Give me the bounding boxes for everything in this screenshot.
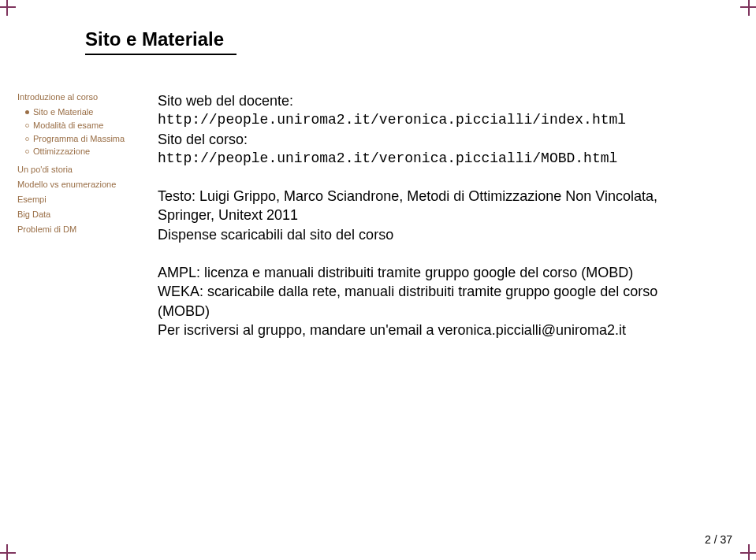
nav-sub-label: Modalità di esame <box>33 120 103 132</box>
content-area: Sito web del docente: http://people.unir… <box>158 91 709 358</box>
block-testo: Testo: Luigi Grippo, Marco Sciandrone, M… <box>158 187 709 244</box>
slide-title: Sito e Materiale <box>85 28 236 50</box>
nav-sub-ottimizzazione[interactable]: Ottimizzazione <box>25 146 136 158</box>
nav-sub-label: Ottimizzazione <box>33 146 90 158</box>
text-ampl: AMPL: licenza e manuali distribuiti tram… <box>158 263 709 282</box>
text-sito-docente: Sito web del docente: <box>158 91 709 110</box>
bullet-icon <box>25 124 29 128</box>
bullet-icon <box>25 137 29 141</box>
crop-mark-bottom-left <box>0 544 16 560</box>
nav-link-modello-enum[interactable]: Modello vs enumerazione <box>17 179 136 191</box>
url-docente[interactable]: http://people.uniroma2.it/veronica.picci… <box>158 110 709 129</box>
slide: Sito e Materiale Introduzione al corso S… <box>0 0 756 560</box>
url-corso[interactable]: http://people.uniroma2.it/veronica.picci… <box>158 149 709 168</box>
crop-mark-top-left <box>0 0 16 16</box>
nav-sub-programma-massima[interactable]: Programma di Massima <box>25 133 136 145</box>
nav-link-storia[interactable]: Un po'di storia <box>17 164 136 176</box>
text-sito-corso: Sito del corso: <box>158 130 709 149</box>
page-number: 2 / 37 <box>705 533 732 546</box>
block-tools: AMPL: licenza e manuali distribuiti tram… <box>158 263 709 339</box>
nav-sub-modalita-esame[interactable]: Modalità di esame <box>25 120 136 132</box>
text-subscribe: Per iscriversi al gruppo, mandare un'ema… <box>158 321 709 339</box>
block-sites: Sito web del docente: http://people.unir… <box>158 91 709 168</box>
nav-sub-sito-materiale[interactable]: Sito e Materiale <box>25 106 136 118</box>
crop-mark-bottom-right <box>740 544 756 560</box>
nav-sub-label: Sito e Materiale <box>33 106 93 118</box>
nav-link-problemi-dm[interactable]: Problemi di DM <box>17 224 136 235</box>
text-testo: Testo: Luigi Grippo, Marco Sciandrone, M… <box>158 187 709 225</box>
crop-mark-top-right <box>740 0 756 16</box>
text-dispense: Dispense scaricabili dal sito del corso <box>158 225 709 244</box>
nav-group-introduzione[interactable]: Introduzione al corso <box>17 91 136 103</box>
bullet-icon <box>25 150 29 154</box>
nav-sub-label: Programma di Massima <box>33 133 125 145</box>
title-area: Sito e Materiale <box>85 28 236 55</box>
nav-link-esempi[interactable]: Esempi <box>17 194 136 206</box>
title-underline <box>85 54 236 55</box>
bullet-icon <box>25 110 29 114</box>
text-weka: WEKA: scaricabile dalla rete, manuali di… <box>158 282 709 321</box>
sidebar-nav: Introduzione al corso Sito e Materiale M… <box>17 91 136 238</box>
nav-link-big-data[interactable]: Big Data <box>17 209 136 221</box>
